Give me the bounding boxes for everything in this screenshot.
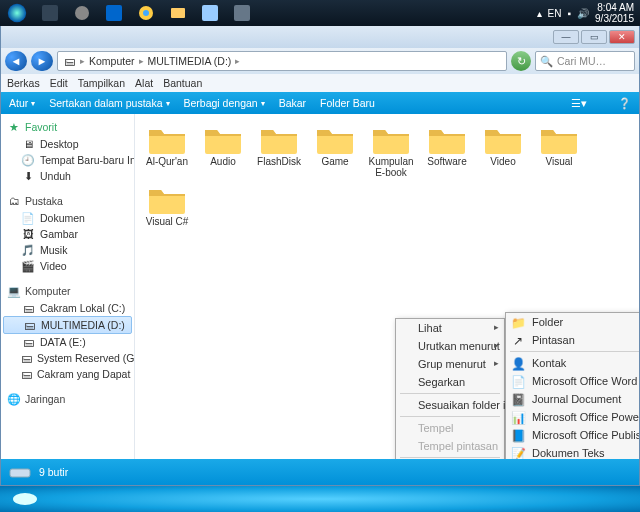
- sidebar-item-drive-g[interactable]: 🖴System Reserved (G:): [1, 350, 134, 366]
- taskbar-app[interactable]: [67, 2, 97, 24]
- clock[interactable]: 8:04 AM 9/3/2015: [595, 2, 634, 24]
- chevron-right-icon: ▸: [235, 56, 240, 66]
- ctx-new-item[interactable]: 📓Journal Document: [506, 390, 639, 408]
- lang-indicator[interactable]: EN: [548, 8, 562, 19]
- start-button[interactable]: [0, 0, 34, 26]
- ctx-new-label: Journal Document: [532, 393, 621, 405]
- drive-icon[interactable]: [10, 489, 40, 509]
- taskbar-app-chrome[interactable]: [131, 2, 161, 24]
- ctx-new-label: Microsoft Office PowerPoint Presentation: [532, 411, 639, 423]
- ctx-new-item[interactable]: ↗Pintasan: [506, 331, 639, 349]
- drive-icon: 🖴: [21, 351, 32, 365]
- clock-time: 8:04 AM: [595, 2, 634, 13]
- sidebar-item-downloads[interactable]: ⬇Unduh: [1, 168, 134, 184]
- ctx-new-label: Microsoft Office Publisher Document: [532, 429, 639, 441]
- sidebar-pustaka[interactable]: 🗂Pustaka: [1, 192, 134, 210]
- cmd-new-folder[interactable]: Folder Baru: [320, 97, 375, 109]
- svg-rect-3: [106, 5, 122, 21]
- refresh-button[interactable]: ↻: [511, 51, 531, 71]
- ctx-new-item[interactable]: 📝Dokumen Teks: [506, 444, 639, 459]
- sidebar-item-drive-e[interactable]: 🖴DATA (E:): [1, 334, 134, 350]
- folder-item[interactable]: Al-Qur'an: [143, 124, 191, 178]
- taskbar-app[interactable]: [35, 2, 65, 24]
- menu-bantuan[interactable]: Bantuan: [163, 77, 202, 89]
- tray-volume-icon[interactable]: 🔊: [577, 8, 589, 19]
- file-type-icon: ↗: [510, 333, 526, 349]
- ctx-new-item[interactable]: 👤Kontak: [506, 354, 639, 372]
- folder-label: Software: [427, 156, 466, 167]
- sidebar-computer[interactable]: 💻Komputer: [1, 282, 134, 300]
- sidebar-item-drive-d[interactable]: 🖴MULTIMEDIA (D:): [3, 316, 132, 334]
- taskbar-app[interactable]: [195, 2, 225, 24]
- menu-alat[interactable]: Alat: [135, 77, 153, 89]
- chevron-right-icon: ▸: [80, 56, 85, 66]
- file-type-icon: 📘: [510, 428, 526, 444]
- cmd-burn[interactable]: Bakar: [279, 97, 306, 109]
- back-button[interactable]: ◄: [5, 51, 27, 71]
- ctx-new-item[interactable]: 📄Microsoft Office Word Document: [506, 372, 639, 390]
- sidebar-item-documents[interactable]: 📄Dokumen: [1, 210, 134, 226]
- tray-flag-icon[interactable]: ▪: [568, 8, 572, 19]
- sidebar-item-removable[interactable]: 🖴Cakram yang Dapat Dilepas (…: [1, 366, 134, 382]
- ctx-sort[interactable]: Urutkan menurut▸: [396, 337, 504, 355]
- folder-label: Al-Qur'an: [146, 156, 188, 167]
- help-icon[interactable]: ❔: [618, 97, 631, 110]
- content-pane[interactable]: Al-Qur'anAudioFlashDiskGameKumpulan E-bo…: [135, 114, 639, 459]
- maximize-button[interactable]: ▭: [581, 30, 607, 44]
- folder-item[interactable]: Visual: [535, 124, 583, 178]
- sidebar-item-videos[interactable]: 🎬Video: [1, 258, 134, 274]
- folder-label: Audio: [210, 156, 236, 167]
- breadcrumb-root[interactable]: Komputer: [89, 55, 135, 67]
- cmd-share[interactable]: Berbagi dengan▾: [184, 97, 265, 109]
- clock-date: 9/3/2015: [595, 13, 634, 24]
- sidebar-network[interactable]: 🌐Jaringan: [1, 390, 134, 408]
- ctx-view[interactable]: Lihat▸: [396, 319, 504, 337]
- sidebar-item-music[interactable]: 🎵Musik: [1, 242, 134, 258]
- sidebar-item-desktop[interactable]: 🖥Desktop: [1, 136, 134, 152]
- system-tray: ▴ EN ▪ 🔊 8:04 AM 9/3/2015: [537, 2, 640, 24]
- ctx-group[interactable]: Grup menurut▸: [396, 355, 504, 373]
- sidebar-item-drive-c[interactable]: 🖴Cakram Lokal (C:): [1, 300, 134, 316]
- minimize-button[interactable]: —: [553, 30, 579, 44]
- folder-item[interactable]: Software: [423, 124, 471, 178]
- file-type-icon: 📄: [510, 374, 526, 390]
- breadcrumb[interactable]: 🖴 ▸ Komputer ▸ MULTIMEDIA (D:) ▸: [57, 51, 507, 71]
- taskbar-app[interactable]: [227, 2, 257, 24]
- search-icon: 🔍: [540, 55, 553, 68]
- folder-item[interactable]: FlashDisk: [255, 124, 303, 178]
- network-icon: 🌐: [7, 392, 21, 406]
- cmd-include-library[interactable]: Sertakan dalam pustaka▾: [49, 97, 169, 109]
- doc-icon: 📄: [21, 211, 35, 225]
- taskbar-app[interactable]: [99, 2, 129, 24]
- ctx-refresh[interactable]: Segarkan: [396, 373, 504, 391]
- address-bar: ◄ ► 🖴 ▸ Komputer ▸ MULTIMEDIA (D:) ▸ ↻ 🔍…: [1, 48, 639, 74]
- sidebar-item-pictures[interactable]: 🖼Gambar: [1, 226, 134, 242]
- drive-icon: 🖴: [21, 367, 32, 381]
- drive-icon: 🖴: [62, 54, 76, 68]
- folder-item[interactable]: Visual C#: [143, 184, 191, 227]
- sidebar-favorit[interactable]: ★Favorit: [1, 118, 134, 136]
- folder-item[interactable]: Video: [479, 124, 527, 178]
- breadcrumb-current[interactable]: MULTIMEDIA (D:): [148, 55, 232, 67]
- sidebar-item-recent[interactable]: 🕘Tempat Baru-baru Ini: [1, 152, 134, 168]
- nav-pane: ★Favorit 🖥Desktop 🕘Tempat Baru-baru Ini …: [1, 114, 135, 459]
- ctx-paste: Tempel: [396, 419, 504, 437]
- view-options-icon[interactable]: ☰▾: [571, 97, 587, 109]
- folder-item[interactable]: Kumpulan E-book: [367, 124, 415, 178]
- ctx-new-item[interactable]: 📊Microsoft Office PowerPoint Presentatio…: [506, 408, 639, 426]
- search-input[interactable]: 🔍 Cari MU…: [535, 51, 635, 71]
- menu-tampilkan[interactable]: Tampilkan: [78, 77, 125, 89]
- menu-berkas[interactable]: Berkas: [7, 77, 40, 89]
- ctx-new-item[interactable]: 📁Folder: [506, 313, 639, 331]
- folder-item[interactable]: Game: [311, 124, 359, 178]
- taskbar: ▴ EN ▪ 🔊 8:04 AM 9/3/2015: [0, 0, 640, 26]
- close-button[interactable]: ✕: [609, 30, 635, 44]
- menu-edit[interactable]: Edit: [50, 77, 68, 89]
- ctx-customize[interactable]: Sesuaikan folder ini…: [396, 396, 504, 414]
- folder-item[interactable]: Audio: [199, 124, 247, 178]
- cmd-organize[interactable]: Atur▾: [9, 97, 35, 109]
- ctx-new-item[interactable]: 📘Microsoft Office Publisher Document: [506, 426, 639, 444]
- tray-chevron-icon[interactable]: ▴: [537, 8, 542, 19]
- taskbar-app-explorer[interactable]: [163, 2, 193, 24]
- forward-button[interactable]: ►: [31, 51, 53, 71]
